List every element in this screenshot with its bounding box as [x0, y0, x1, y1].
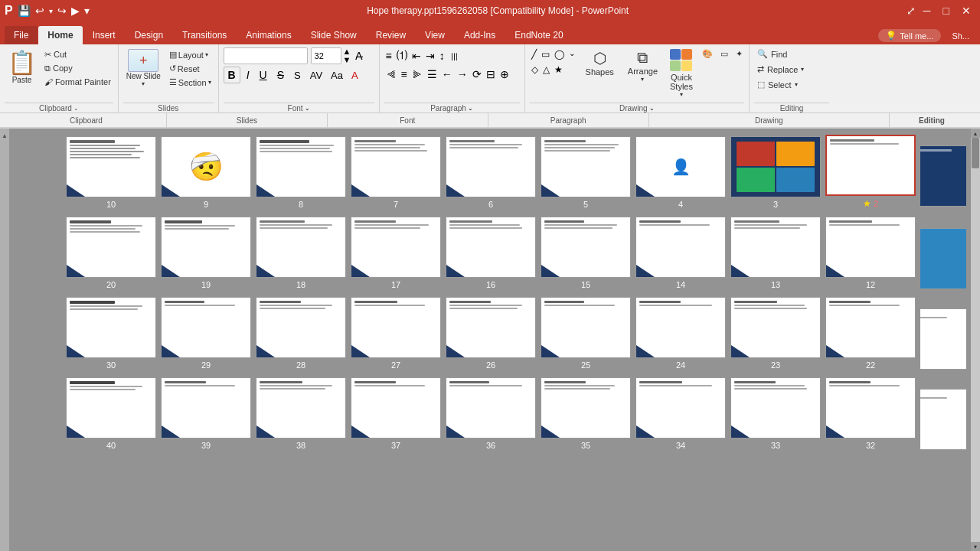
replace-button[interactable]: ⇄ Replace ▾: [754, 63, 829, 76]
slide-thumb-33[interactable]: 33: [730, 377, 821, 450]
quick-styles-button[interactable]: Quick Styles ▾: [667, 47, 696, 99]
slide-thumb-28[interactable]: 28: [256, 297, 346, 370]
slide-thumb-32[interactable]: 32: [825, 377, 916, 450]
maximize-button[interactable]: □: [939, 5, 954, 17]
slide-thumb-12[interactable]: 12: [825, 217, 916, 289]
arrange-button[interactable]: ⧉ Arrange ▾: [623, 47, 662, 84]
slide-thumb-21-partial[interactable]: [920, 308, 966, 370]
more-icon[interactable]: ▾: [84, 5, 90, 17]
slide-thumb-11-partial[interactable]: [920, 228, 966, 289]
justify-button[interactable]: ☰: [426, 67, 439, 82]
smartart-button[interactable]: ⊕: [498, 67, 511, 82]
clipboard-expand-icon[interactable]: ⌄: [74, 105, 79, 112]
font-color-button[interactable]: A: [348, 68, 361, 83]
slide-thumb-34[interactable]: 34: [635, 377, 726, 450]
layout-button[interactable]: ▤ Layout ▾: [167, 49, 214, 60]
tab-insert[interactable]: Insert: [83, 26, 125, 44]
slide-thumb-25[interactable]: 25: [541, 297, 631, 370]
share-button[interactable]: Sh...: [946, 30, 975, 42]
slide-thumb-36[interactable]: 36: [446, 377, 536, 450]
new-slide-button[interactable]: + New Slide ▾: [123, 47, 164, 89]
slide-thumb-9[interactable]: 🤕 9: [161, 136, 251, 209]
tab-design[interactable]: Design: [126, 26, 172, 44]
undo-icon[interactable]: ↩: [35, 5, 44, 17]
shape-oval-icon[interactable]: ◯: [553, 47, 566, 61]
slide-thumb-13[interactable]: 13: [730, 217, 821, 289]
tell-me-input[interactable]: 💡 Tell me...: [878, 29, 941, 42]
increase-indent-button[interactable]: ⇥: [424, 48, 436, 64]
find-button[interactable]: 🔍 Find: [754, 47, 829, 60]
char-spacing-button[interactable]: AV: [307, 68, 325, 83]
tab-transitions[interactable]: Transitions: [173, 26, 236, 44]
shape-more-icon[interactable]: ⌄: [567, 47, 577, 61]
rtl-button[interactable]: ←: [440, 67, 454, 82]
clear-format-button[interactable]: A̶: [354, 48, 364, 64]
minimize-button[interactable]: ─: [919, 5, 936, 17]
present-icon[interactable]: ▶: [71, 5, 80, 17]
shape-triangle-icon[interactable]: △: [541, 63, 551, 77]
slide-thumb-39[interactable]: 39: [161, 377, 251, 450]
scrollbar-up-button[interactable]: ▲: [971, 129, 980, 138]
shape-outline-button[interactable]: ▭: [719, 47, 730, 60]
shape-effects-button[interactable]: ✦: [734, 47, 744, 60]
section-button[interactable]: ☰ Section ▾: [167, 77, 214, 88]
shape-line-icon[interactable]: ╱: [530, 47, 538, 61]
close-button[interactable]: ✕: [957, 5, 975, 17]
tab-animations[interactable]: Animations: [237, 26, 300, 44]
strikethrough-button[interactable]: S: [273, 67, 288, 83]
slide-thumb-15[interactable]: 15: [541, 217, 631, 289]
font-name-selector[interactable]: [224, 47, 308, 64]
font-size-selector[interactable]: [311, 47, 341, 64]
align-text-button[interactable]: ⊟: [485, 67, 497, 82]
slide-thumb-8[interactable]: 8: [256, 136, 346, 209]
slide-thumb-27[interactable]: 27: [351, 297, 441, 370]
redo-icon[interactable]: ↪: [57, 5, 67, 17]
slide-thumb-24[interactable]: 24: [635, 297, 726, 370]
slide-thumb-31-partial[interactable]: [920, 389, 966, 450]
slide-thumb-19[interactable]: 19: [161, 217, 251, 289]
change-case-button[interactable]: Aa: [328, 68, 346, 83]
drawing-expand-icon[interactable]: ⌄: [649, 105, 655, 112]
italic-button[interactable]: I: [243, 67, 253, 83]
slide-thumb-40[interactable]: 40: [66, 377, 156, 450]
ltr-button[interactable]: →: [456, 67, 469, 82]
paste-button[interactable]: 📋 Paste: [5, 47, 39, 86]
align-right-button[interactable]: ⫸: [410, 67, 424, 82]
tab-addins[interactable]: Add-Ins: [455, 26, 505, 44]
shape-star-icon[interactable]: ★: [553, 63, 564, 77]
save-icon[interactable]: 💾: [18, 5, 31, 17]
slide-thumb-1-partial[interactable]: [920, 145, 966, 209]
scroll-up-arrow[interactable]: ▲: [1, 132, 8, 139]
tab-view[interactable]: View: [416, 26, 454, 44]
slide-thumb-7[interactable]: 7: [351, 136, 441, 209]
tab-review[interactable]: Review: [367, 26, 415, 44]
decrease-indent-button[interactable]: ⇤: [410, 48, 423, 64]
columns-button[interactable]: ⫼: [448, 48, 462, 64]
shapes-button[interactable]: ⬡ Shapes: [581, 47, 619, 78]
slide-thumb-22[interactable]: 22: [825, 297, 916, 370]
paragraph-spacing-button[interactable]: ↕: [438, 48, 446, 64]
underline-button[interactable]: U: [256, 67, 271, 83]
scrollbar-thumb[interactable]: [972, 138, 979, 168]
tab-endnote[interactable]: EndNote 20: [505, 26, 572, 44]
cut-button[interactable]: ✂ ✂ CutCut: [42, 49, 113, 60]
slide-thumb-37[interactable]: 37: [351, 377, 441, 450]
shape-diamond-icon[interactable]: ◇: [530, 63, 540, 77]
slide-thumb-5[interactable]: 5: [541, 136, 631, 209]
text-shadow-button[interactable]: S: [290, 68, 305, 83]
slide-thumb-35[interactable]: 35: [541, 377, 631, 450]
slide-thumb-3[interactable]: 3: [730, 136, 821, 209]
slide-thumb-38[interactable]: 38: [256, 377, 346, 450]
slide-thumb-4[interactable]: 👤 4: [635, 136, 726, 209]
slide-thumb-29[interactable]: 29: [161, 297, 251, 370]
slide-thumb-18[interactable]: 18: [256, 217, 346, 289]
tab-slideshow[interactable]: Slide Show: [302, 26, 366, 44]
slide-thumb-10[interactable]: 10: [66, 136, 156, 209]
align-left-button[interactable]: ⫷: [384, 67, 398, 82]
scrollbar-down-button[interactable]: ▼: [971, 542, 980, 551]
shape-fill-button[interactable]: 🎨: [701, 47, 714, 60]
font-size-decrease-button[interactable]: ▼: [343, 56, 351, 64]
font-expand-icon[interactable]: ⌄: [305, 105, 310, 112]
slide-thumb-14[interactable]: 14: [635, 217, 726, 289]
bold-button[interactable]: B: [224, 67, 240, 83]
